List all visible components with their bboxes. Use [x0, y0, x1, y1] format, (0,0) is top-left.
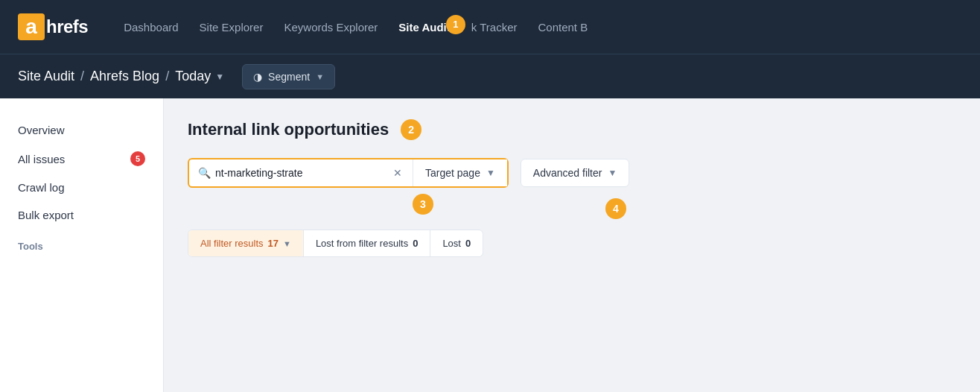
lost-count: 0 — [465, 238, 471, 249]
chevron-down-icon: ▼ — [486, 168, 495, 178]
nav-dashboard[interactable]: Dashboard — [124, 21, 178, 34]
sidebar-item-overview[interactable]: Overview — [0, 116, 163, 144]
breadcrumb-site-audit[interactable]: Site Audit — [18, 69, 74, 84]
page-title: Internal link opportunities — [188, 120, 389, 139]
filter-outer-row: 🔍 nt-marketing-strate ✕ Target page ▼ 3 … — [188, 158, 956, 188]
all-issues-badge: 5 — [130, 151, 145, 166]
logo[interactable]: a hrefs — [18, 13, 88, 40]
advanced-filter-button[interactable]: Advanced filter ▼ — [521, 159, 630, 187]
breadcrumb: Site Audit / Ahrefs Blog / Today ▼ — [18, 69, 224, 84]
filter-tabs: All filter results 17 ▼ Lost from filter… — [188, 230, 483, 257]
sidebar-item-bulk-export[interactable]: Bulk export — [0, 201, 163, 229]
sidebar: Overview All issues 5 Crawl log Bulk exp… — [0, 98, 164, 392]
filter-tab-all[interactable]: All filter results 17 ▼ — [188, 230, 304, 256]
chevron-down-icon: ▼ — [215, 72, 224, 82]
page-title-row: Internal link opportunities 2 — [188, 119, 956, 140]
segment-icon: ◑ — [253, 71, 262, 83]
filter-tab-lost-from-filter[interactable]: Lost from filter results 0 — [304, 230, 431, 256]
chevron-down-icon: ▼ — [316, 72, 324, 81]
lost-filter-count: 0 — [413, 238, 418, 249]
advanced-filter-area: Advanced filter ▼ — [521, 159, 630, 187]
clear-search-button[interactable]: ✕ — [392, 165, 404, 180]
search-input[interactable]: nt-marketing-strate — [215, 167, 387, 179]
nav-notification-badge: 1 — [446, 15, 465, 34]
all-filter-count: 17 — [268, 238, 279, 249]
filter-tab-lost[interactable]: Lost 0 — [430, 230, 483, 256]
nav-links: Dashboard Site Explorer Keywords Explore… — [124, 21, 588, 34]
nav-site-explorer[interactable]: Site Explorer — [200, 21, 264, 34]
breadcrumb-sep-2: / — [165, 69, 169, 84]
filter-row: 🔍 nt-marketing-strate ✕ Target page ▼ 3 … — [188, 158, 509, 188]
segment-button[interactable]: ◑ Segment ▼ — [242, 64, 335, 89]
sidebar-item-crawl-log[interactable]: Crawl log — [0, 174, 163, 201]
logo-text: hrefs — [46, 16, 88, 37]
search-container: 🔍 nt-marketing-strate ✕ — [189, 165, 413, 180]
search-icon: 🔍 — [198, 167, 211, 179]
nav-site-audit[interactable]: Site Audit 1 — [398, 21, 450, 34]
nav-rank-tracker[interactable]: k Tracker — [471, 21, 518, 34]
sub-header: Site Audit / Ahrefs Blog / Today ▼ ◑ Seg… — [0, 54, 980, 98]
nav-keywords-explorer[interactable]: Keywords Explorer — [284, 21, 378, 34]
logo-icon: a — [18, 13, 45, 40]
step-3-badge: 3 — [413, 194, 433, 215]
step-2-badge: 2 — [401, 119, 421, 140]
chevron-down-icon: ▼ — [608, 168, 617, 178]
controls-row: All filter results 17 ▼ Lost from filter… — [188, 230, 956, 257]
target-page-button[interactable]: Target page ▼ — [413, 159, 507, 186]
main-content: Overview All issues 5 Crawl log Bulk exp… — [0, 98, 980, 392]
chevron-down-icon: ▼ — [283, 239, 291, 248]
breadcrumb-ahrefs-blog[interactable]: Ahrefs Blog — [90, 69, 159, 84]
step-4-badge: 4 — [605, 198, 626, 219]
nav-content-b[interactable]: Content B — [538, 21, 588, 34]
breadcrumb-sep-1: / — [80, 69, 84, 84]
sidebar-section-tools: Tools — [0, 229, 163, 258]
sidebar-item-all-issues[interactable]: All issues 5 — [0, 144, 163, 174]
top-navigation: a hrefs Dashboard Site Explorer Keywords… — [0, 0, 980, 54]
content-area: Internal link opportunities 2 🔍 nt-marke… — [164, 98, 980, 392]
breadcrumb-today[interactable]: Today ▼ — [175, 69, 224, 84]
